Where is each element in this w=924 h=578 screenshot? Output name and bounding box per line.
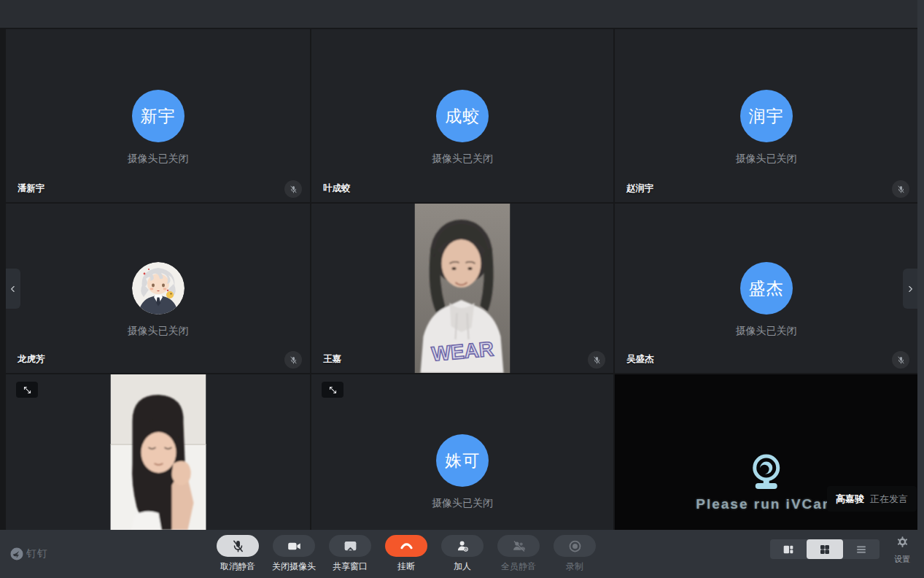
video-feed: WEAR: [415, 204, 510, 373]
speaker-name: 高嘉骏: [836, 493, 864, 506]
mute-all-label: 全员静音: [501, 560, 536, 573]
camera-off-label: 摄像头已关闭: [736, 325, 797, 338]
view-mode-switcher: [770, 539, 880, 559]
mic-muted-icon: [588, 351, 605, 369]
participant-tile[interactable]: 润宇 摄像头已关闭 赵润宇: [615, 29, 917, 202]
participant-name: 吴盛杰: [626, 353, 654, 366]
add-person-label: 加人: [454, 560, 471, 573]
participant-tile[interactable]: 新宇 摄像头已关闭 潘新宇: [6, 29, 310, 202]
mic-muted-icon: [284, 351, 302, 369]
mic-muted-icon: [284, 180, 302, 198]
camera-off-label: 摄像头已关闭: [128, 153, 189, 166]
mute-all-button[interactable]: 全员静音: [495, 535, 542, 573]
speaker-view-icon: [783, 544, 794, 555]
view-mode-grid[interactable]: [807, 539, 843, 559]
list-view-icon: [855, 544, 867, 555]
mic-muted-icon: [892, 180, 909, 198]
right-edge-strip: [917, 0, 924, 530]
participant-tile-video[interactable]: [6, 374, 310, 530]
participant-tile[interactable]: 成蛟 摄像头已关闭 叶成蛟: [311, 29, 613, 202]
record-button[interactable]: 录制: [551, 535, 598, 573]
participant-name: 龙虎芳: [18, 353, 45, 366]
speaking-toast: 高嘉骏 正在发言: [827, 486, 917, 512]
participant-name: 赵润宇: [626, 182, 654, 195]
avatar: 姝可: [436, 434, 489, 487]
brand-name: 钉钉: [26, 547, 48, 560]
share-screen-icon: [329, 535, 371, 557]
participant-tile[interactable]: 盛杰 摄像头已关闭 吴盛杰: [615, 204, 917, 373]
camera-off-label: 摄像头已关闭: [128, 325, 189, 338]
camera-off-label: 摄像头已关闭: [432, 153, 493, 166]
ivcam-placeholder: Please run iVCam: [696, 452, 836, 512]
video-feed: [110, 374, 206, 530]
add-person-icon: [441, 535, 484, 557]
speaking-status: 正在发言: [870, 493, 908, 506]
mic-muted-icon: [892, 351, 909, 369]
hangup-icon: [385, 535, 427, 557]
camera-off-label: 关闭摄像头: [272, 560, 316, 573]
prev-page-button[interactable]: [6, 269, 20, 309]
grid-view-icon: [819, 544, 831, 555]
share-window-button[interactable]: 共享窗口: [327, 535, 373, 573]
camera-icon: [273, 535, 315, 557]
brand: 钉钉: [10, 530, 48, 578]
participant-name: 潘新宇: [18, 182, 45, 195]
mute-all-icon: [497, 535, 540, 557]
expand-button[interactable]: [16, 382, 38, 398]
view-mode-list[interactable]: [843, 539, 880, 559]
add-person-button[interactable]: 加人: [439, 535, 486, 573]
avatar: 润宇: [740, 90, 793, 142]
expand-button[interactable]: [322, 382, 343, 398]
window-titlebar: [0, 0, 924, 28]
avatar: 新宇: [132, 90, 185, 142]
participant-tile[interactable]: 姝可 摄像头已关闭: [311, 374, 613, 530]
dingtalk-logo-icon: [10, 547, 23, 560]
unmute-button[interactable]: 取消静音: [214, 535, 261, 573]
hangup-button[interactable]: 挂断: [383, 535, 430, 573]
hangup-label: 挂断: [397, 560, 415, 573]
avatar: 成蛟: [436, 90, 489, 142]
chevron-right-icon: [905, 284, 915, 294]
settings-button[interactable]: 设置: [888, 536, 916, 565]
camera-off-label: 摄像头已关闭: [432, 497, 493, 510]
toolbar-center-group: 取消静音 关闭摄像头 共享窗口 挂断 加人: [214, 535, 607, 573]
participant-name: 王嘉: [323, 353, 341, 366]
share-window-label: 共享窗口: [333, 560, 368, 573]
participant-name: 叶成蛟: [323, 182, 351, 195]
unmute-label: 取消静音: [220, 560, 255, 573]
next-page-button[interactable]: [903, 269, 917, 309]
participant-tile-video[interactable]: WEAR 王嘉: [311, 204, 613, 373]
camera-off-label: 摄像头已关闭: [736, 153, 797, 166]
webcam-icon: [745, 452, 788, 492]
settings-label: 设置: [894, 554, 910, 565]
view-mode-speaker[interactable]: [770, 539, 807, 559]
camera-off-button[interactable]: 关闭摄像头: [271, 535, 317, 573]
gear-icon: [896, 536, 909, 548]
avatar: 盛杰: [740, 262, 793, 315]
record-icon: [554, 535, 596, 557]
participant-tile[interactable]: 摄像头已关闭 龙虎芳: [6, 204, 310, 373]
chevron-left-icon: [8, 284, 18, 294]
conference-toolbar: 钉钉 取消静音 关闭摄像头 共享窗口 挂断: [0, 530, 924, 578]
ivcam-message: Please run iVCam: [696, 496, 836, 512]
avatar-image: [132, 262, 185, 315]
mic-muted-icon: [217, 535, 259, 557]
record-label: 录制: [566, 560, 583, 573]
